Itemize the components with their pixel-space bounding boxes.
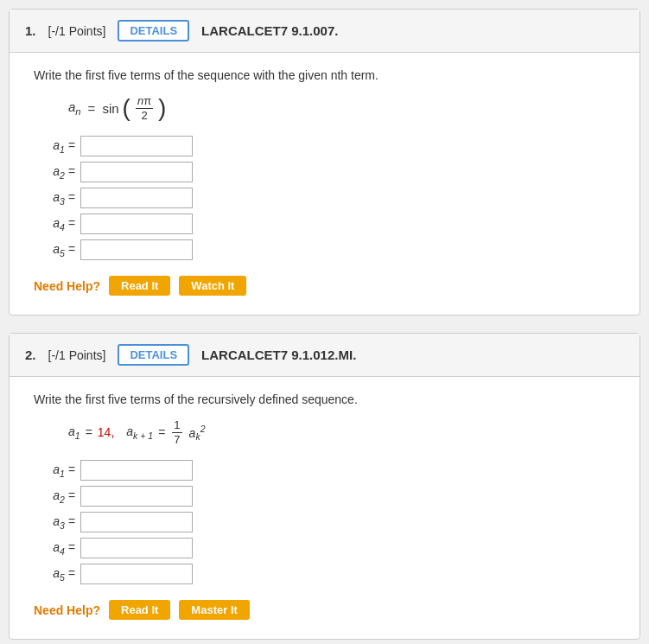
details-button-1[interactable]: DETAILS bbox=[118, 20, 189, 41]
input-a5-2[interactable] bbox=[80, 564, 193, 584]
problem-number-1: 1. bbox=[25, 23, 36, 38]
input-label-a1-1: a1 = bbox=[42, 138, 75, 155]
formula-denominator: 2 bbox=[139, 109, 149, 123]
problem-instruction-2: Write the first five terms of the recurs… bbox=[34, 392, 615, 406]
input-row-2-2: a2 = bbox=[42, 486, 615, 507]
input-row-2-3: a3 = bbox=[42, 512, 615, 532]
formula2-value: 14, bbox=[98, 425, 114, 439]
watch-it-button-1[interactable]: Watch It bbox=[179, 276, 246, 296]
input-a1-2[interactable] bbox=[80, 460, 193, 481]
need-help-2: Need Help? Read It Master It bbox=[34, 600, 615, 620]
read-it-button-1[interactable]: Read It bbox=[109, 276, 170, 296]
formula-numerator: nπ bbox=[136, 94, 153, 109]
input-label-a2-1: a2 = bbox=[42, 164, 75, 181]
formula2-den: 7 bbox=[172, 433, 181, 447]
formula-paren-left: ( bbox=[123, 96, 130, 120]
input-label-a1-2: a1 = bbox=[42, 462, 75, 479]
input-row-1-3: a3 = bbox=[42, 188, 615, 208]
input-label-a2-2: a2 = bbox=[42, 488, 75, 505]
input-label-a5-2: a5 = bbox=[42, 566, 75, 583]
input-a4-1[interactable] bbox=[80, 214, 193, 234]
problem-formula-2: a1 = 14, ak + 1 = 1 7 ak2 bbox=[68, 418, 205, 446]
problem-body-1: Write the first five terms of the sequen… bbox=[10, 53, 639, 315]
formula2-frac: 1 7 bbox=[172, 418, 181, 446]
read-it-button-2[interactable]: Read It bbox=[109, 600, 170, 620]
input-row-1-1: a1 = bbox=[42, 136, 615, 156]
problem-number-2: 2. bbox=[25, 348, 36, 362]
problem-header-1: 1. [-/1 Points] DETAILS LARCALCET7 9.1.0… bbox=[10, 10, 639, 53]
input-row-2-5: a5 = bbox=[42, 564, 615, 584]
formula-an: an bbox=[68, 99, 81, 117]
formula2-num: 1 bbox=[172, 418, 181, 433]
input-label-a3-1: a3 = bbox=[42, 190, 75, 207]
input-label-a5-1: a5 = bbox=[42, 242, 75, 258]
input-a3-2[interactable] bbox=[80, 512, 193, 532]
problem-card-2: 2. [-/1 Points] DETAILS LARCALCET7 9.1.0… bbox=[9, 333, 640, 640]
input-label-a3-2: a3 = bbox=[42, 514, 75, 531]
problem-points-1: [-/1 Points] bbox=[48, 24, 106, 38]
input-row-2-4: a4 = bbox=[42, 538, 615, 558]
formula-fraction: nπ 2 bbox=[136, 94, 153, 122]
formula2-equals2: = bbox=[158, 425, 165, 439]
input-a2-2[interactable] bbox=[80, 486, 193, 507]
formula-paren-right: ) bbox=[158, 96, 166, 120]
input-a3-1[interactable] bbox=[80, 188, 193, 208]
master-it-button-2[interactable]: Master It bbox=[179, 600, 249, 620]
input-row-1-4: a4 = bbox=[42, 214, 615, 234]
formula2-equals1: = bbox=[86, 425, 92, 439]
problem-card-1: 1. [-/1 Points] DETAILS LARCALCET7 9.1.0… bbox=[9, 9, 640, 316]
problem-instruction-1: Write the first five terms of the sequen… bbox=[34, 68, 615, 82]
problem-header-2: 2. [-/1 Points] DETAILS LARCALCET7 9.1.0… bbox=[10, 334, 639, 377]
input-label-a4-2: a4 = bbox=[42, 540, 75, 557]
need-help-label-1: Need Help? bbox=[34, 279, 100, 293]
need-help-1: Need Help? Read It Watch It bbox=[34, 276, 615, 296]
inputs-grid-2: a1 = a2 = a3 = a4 = a5 = bbox=[42, 460, 615, 584]
problem-code-2: LARCALCET7 9.1.012.MI. bbox=[201, 348, 356, 362]
formula2-ak: ak2 bbox=[189, 424, 206, 442]
inputs-grid-1: a1 = a2 = a3 = a4 = a5 = bbox=[42, 136, 615, 260]
problem-body-2: Write the first five terms of the recurs… bbox=[10, 377, 639, 639]
problem-code-1: LARCALCET7 9.1.007. bbox=[201, 23, 338, 38]
input-label-a4-1: a4 = bbox=[42, 216, 75, 233]
problem-points-2: [-/1 Points] bbox=[48, 348, 106, 362]
formula2-ak1: ak + 1 bbox=[126, 424, 153, 441]
formula-sin: sin bbox=[102, 101, 118, 116]
input-a2-1[interactable] bbox=[80, 162, 193, 182]
formula2-a1: a1 bbox=[68, 424, 80, 441]
input-row-1-5: a5 = bbox=[42, 239, 615, 260]
formula-equals: = bbox=[88, 101, 96, 116]
input-row-1-2: a2 = bbox=[42, 162, 615, 182]
need-help-label-2: Need Help? bbox=[34, 603, 100, 617]
problem-formula-1: an = sin ( nπ 2 ) bbox=[68, 94, 166, 122]
input-a5-1[interactable] bbox=[80, 239, 193, 260]
input-row-2-1: a1 = bbox=[42, 460, 615, 481]
details-button-2[interactable]: DETAILS bbox=[118, 344, 189, 366]
input-a1-1[interactable] bbox=[80, 136, 193, 156]
input-a4-2[interactable] bbox=[80, 538, 193, 558]
